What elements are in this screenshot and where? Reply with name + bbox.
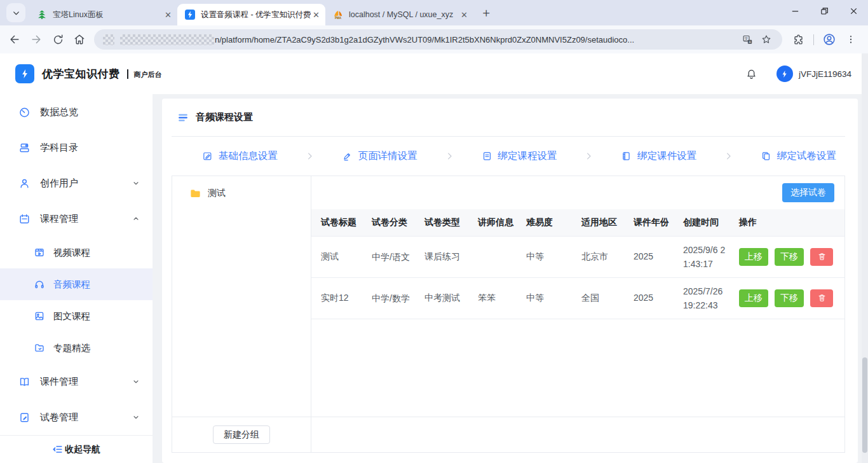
- step-label: 绑定课程设置: [498, 149, 557, 163]
- move-up-button[interactable]: 上移: [739, 248, 768, 266]
- minimize-icon: [790, 6, 800, 16]
- cell-category: 中学/数学: [372, 277, 424, 319]
- step-label: 绑定试卷设置: [777, 149, 836, 163]
- group-tree-pane: 测试 新建分组: [172, 176, 311, 452]
- back-arrow-icon: [8, 33, 21, 46]
- cell-teacher: [478, 236, 526, 277]
- profile-button[interactable]: [818, 29, 840, 50]
- sidebar-item-courseware-management[interactable]: 课件管理: [0, 364, 153, 399]
- bookmark-button[interactable]: [757, 31, 776, 48]
- open-book-icon: [18, 376, 31, 388]
- window-minimize-button[interactable]: [780, 0, 810, 22]
- browser-toolbar: n/platform/home/ZTA2aC9yS2d3b1g2a1dGZyth…: [0, 25, 868, 53]
- sidebar-item-subject-catalog[interactable]: 学科目录: [0, 130, 153, 165]
- col-header-difficulty: 难易度: [526, 209, 581, 236]
- col-header-type: 试卷类型: [424, 209, 478, 236]
- sidebar-item-label: 专题精选: [53, 342, 90, 354]
- translate-icon: 文 A: [742, 34, 753, 45]
- reload-button[interactable]: [47, 29, 69, 50]
- binding-panel: 测试 新建分组 选择试卷: [172, 176, 845, 453]
- tab-close-icon[interactable]: ✕: [311, 10, 322, 20]
- browser-tab-phpmyadmin[interactable]: PMA localhost / MySQL / uxue_xyz ✕: [325, 4, 473, 25]
- extensions-button[interactable]: [787, 29, 809, 50]
- domain-censored-block: [120, 34, 214, 45]
- lightning-avatar-icon: [780, 69, 789, 79]
- step-bind-course[interactable]: 绑定课程设置: [482, 149, 557, 163]
- sidebar-item-dashboard[interactable]: 数据总览: [0, 94, 153, 130]
- group-tree: 测试: [172, 176, 311, 417]
- sidebar-item-audio-courses[interactable]: 音频课程: [0, 268, 153, 300]
- collapse-nav-label: 收起导航: [65, 444, 100, 455]
- step-page-detail[interactable]: 页面详情设置: [342, 149, 417, 163]
- puzzle-icon: [792, 34, 804, 46]
- translate-button[interactable]: 文 A: [738, 31, 757, 48]
- calendar-icon: [18, 213, 31, 225]
- window-close-button[interactable]: [839, 0, 868, 22]
- table-footer: [311, 417, 844, 452]
- tab-title: localhost / MySQL / uxue_xyz: [349, 10, 459, 19]
- browser-tab-baota[interactable]: 宝塔Linux面板 ✕: [29, 4, 177, 25]
- sidebar-item-label: 视频课程: [53, 247, 90, 259]
- chevron-right-icon: [305, 151, 315, 161]
- gauge-icon: [18, 106, 31, 118]
- table-header-row: 试卷标题 试卷分类 试卷类型 讲师信息 难易度 适用地区 课件年份 创建时间 操…: [311, 209, 844, 236]
- new-tab-button[interactable]: ＋: [477, 4, 495, 22]
- chevron-down-icon: [132, 413, 140, 421]
- sidebar-item-label: 试卷管理: [40, 411, 78, 424]
- document-lines-icon: [482, 151, 492, 162]
- sidebar-item-image-text-courses[interactable]: 图文课程: [0, 300, 153, 332]
- address-bar[interactable]: n/platform/home/ZTA2aC9yS2d3b1g2a1dGZyth…: [94, 29, 782, 50]
- browser-tab-active[interactable]: 设置音频课程 - 优学宝知识付费 ✕: [177, 4, 325, 25]
- user-icon: [18, 177, 31, 190]
- cell-title: 测试: [311, 236, 372, 277]
- table-row: 测试 中学/语文 课后练习 中等 北京市 2025 2025/9/6 21:43…: [311, 236, 844, 277]
- col-header-actions: 操作: [739, 209, 844, 236]
- folder-icon: [189, 188, 201, 200]
- delete-button[interactable]: [810, 289, 833, 307]
- group-tree-footer: 新建分组: [172, 417, 311, 452]
- sidebar-item-label: 课件管理: [40, 376, 78, 388]
- paper-table-pane: 选择试卷 试卷标题 试卷分类 试卷类型 讲师信息 难易度: [311, 176, 844, 452]
- group-tree-node[interactable]: 测试: [172, 184, 311, 203]
- notifications-button[interactable]: [745, 68, 757, 80]
- sidebar-item-label: 课程管理: [40, 213, 78, 225]
- select-paper-button[interactable]: 选择试卷: [782, 183, 834, 202]
- reload-icon: [52, 34, 64, 46]
- paper-table: 试卷标题 试卷分类 试卷类型 讲师信息 难易度 适用地区 课件年份 创建时间 操…: [311, 209, 844, 319]
- step-bind-exam-paper[interactable]: 绑定试卷设置: [761, 149, 836, 163]
- sidebar-item-featured-topics[interactable]: 专题精选: [0, 332, 153, 364]
- forward-button[interactable]: [25, 29, 47, 50]
- sidebar-item-label: 学科目录: [40, 142, 78, 154]
- back-button[interactable]: [4, 29, 25, 50]
- move-down-button[interactable]: 下移: [775, 289, 804, 307]
- window-restore-button[interactable]: [810, 0, 839, 22]
- catalog-icon: [18, 142, 31, 154]
- delete-button[interactable]: [810, 248, 833, 266]
- close-icon: [849, 6, 858, 16]
- browser-menu-button[interactable]: [840, 29, 862, 50]
- main-content: 音频课程设置 基础信息设置 页面详情设置 绑定课程设置: [153, 94, 868, 463]
- sidebar-item-video-courses[interactable]: 视频课程: [0, 237, 153, 268]
- sidebar-item-creators[interactable]: 创作用户: [0, 165, 153, 201]
- collapse-nav-button[interactable]: 收起导航: [0, 435, 153, 463]
- cell-difficulty: 中等: [526, 277, 581, 319]
- tab-close-icon[interactable]: ✕: [163, 10, 173, 20]
- step-label: 页面详情设置: [358, 149, 417, 163]
- tab-title: 设置音频课程 - 优学宝知识付费: [201, 10, 311, 20]
- home-button[interactable]: [69, 29, 90, 50]
- cell-difficulty: 中等: [526, 236, 581, 277]
- headphones-icon: [34, 279, 45, 290]
- tab-search-button[interactable]: [6, 3, 25, 22]
- sidebar-item-course-management[interactable]: 课程管理: [0, 201, 153, 237]
- scrollbar-thumb[interactable]: [862, 357, 867, 453]
- move-up-button[interactable]: 上移: [739, 289, 768, 307]
- tab-close-icon[interactable]: ✕: [459, 10, 470, 20]
- account-menu[interactable]: jVFJjE119634: [776, 66, 851, 82]
- step-basic-info[interactable]: 基础信息设置: [202, 149, 278, 163]
- video-course-icon: [34, 247, 45, 258]
- move-down-button[interactable]: 下移: [775, 248, 804, 266]
- new-group-button[interactable]: 新建分组: [213, 425, 270, 444]
- step-bind-courseware[interactable]: 绑定课件设置: [621, 149, 696, 163]
- profile-icon: [822, 32, 836, 46]
- sidebar-item-exam-paper-management[interactable]: 试卷管理: [0, 399, 153, 435]
